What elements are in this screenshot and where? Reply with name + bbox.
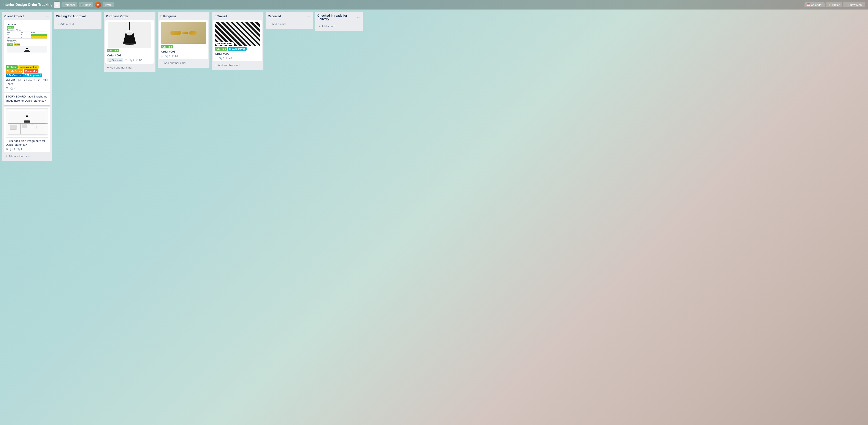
calendar-icon: 📅 (807, 3, 810, 6)
add-card-button[interactable]: + Add a card (317, 23, 361, 29)
attachment-count: 1 (133, 59, 134, 62)
eye-meta: 👁 (6, 148, 8, 151)
checklist-meta: ☑ 2/6 (136, 59, 142, 62)
label-needs-repair: Needs Repair (6, 69, 23, 73)
header: Interior Design Order Tracking ★ Persona… (0, 0, 868, 9)
card-title: STORY BOARD <add Storyboard Image here f… (6, 95, 49, 103)
comment-meta: 💬 1 (10, 148, 15, 151)
list-title: Received (268, 15, 306, 18)
list-header: Client Project ··· (4, 14, 50, 19)
calendar-button[interactable]: 📅 Calendar (805, 2, 825, 7)
add-card-label: Add another card (110, 66, 132, 69)
calendar-label: Calendar (811, 3, 823, 6)
cards-container: Order 2021 On Time Description | Full te… (4, 20, 50, 152)
show-menu-button[interactable]: ··· Show Menu (843, 2, 866, 7)
list-menu-button[interactable]: ··· (306, 14, 311, 19)
list-menu-button[interactable]: ··· (356, 15, 361, 20)
card-order-001-purchase[interactable]: On Time Order #001 📋 Template ☰ 📎 1 (105, 20, 154, 64)
list-title: Client Project (4, 15, 45, 18)
list-menu-button[interactable]: ··· (149, 14, 153, 19)
add-card-label: Add a card (60, 23, 74, 26)
lamp-image (107, 22, 152, 48)
description-meta: ☰ (125, 59, 127, 62)
attachment-icon: 📎 (17, 148, 20, 151)
checklist-icon: ☑ (172, 55, 175, 57)
label-on-time: On Time (6, 65, 18, 69)
card-document-preview: Order 2021 On Time Description | Full te… (6, 22, 49, 65)
hardware-image (161, 22, 206, 44)
star-button[interactable]: ★ (54, 1, 60, 8)
attachment-icon: 📎 (10, 87, 13, 90)
card-title: PLAN <add plan Image here for Quick refe… (6, 139, 49, 147)
list-title: In Progress (160, 15, 203, 18)
attachment-meta: 📎 1 (129, 59, 134, 62)
avatar[interactable]: U (95, 2, 101, 8)
checklist-meta: ☑ 0/6 (172, 55, 178, 57)
add-card-button[interactable]: + Add a card (56, 21, 100, 27)
plus-icon: + (161, 61, 163, 65)
plus-icon: + (215, 63, 217, 67)
list-menu-button[interactable]: ··· (257, 14, 261, 19)
transit-brand: STEVIE HOWELL (216, 42, 234, 45)
list-menu-button[interactable]: ··· (95, 14, 99, 19)
butler-button[interactable]: ⚡ Butler (826, 2, 842, 7)
list-title: Purchase Order (106, 15, 149, 18)
comment-count: 1 (14, 148, 15, 150)
card-plan[interactable]: PLAN <add plan Image here for Quick refe… (4, 107, 50, 152)
header-right: 📅 Calendar ⚡ Butler ··· Show Menu (805, 2, 865, 7)
attachment-count: 1 (169, 55, 170, 57)
card-title: Order #002 (215, 52, 260, 56)
checklist-count: 4/6 (229, 57, 232, 59)
add-card-button[interactable]: + Add another card (105, 65, 154, 70)
list-menu-button[interactable]: ··· (203, 14, 207, 19)
list-purchase-order: Purchase Order ··· On Time (104, 12, 155, 72)
attachment-icon: 📎 (129, 59, 132, 62)
eye-icon: 👁 (6, 148, 8, 151)
public-label: Public (83, 3, 91, 6)
attachment-count: 1 (21, 148, 22, 150)
add-card-button[interactable]: + Add another card (159, 60, 208, 66)
list-in-transit: in Transit ··· STEVIE HOWELL On Time CFA… (212, 12, 264, 70)
add-card-label: Add a card (272, 23, 286, 26)
attachment-count: 1 (13, 87, 15, 90)
add-card-label: Add another card (9, 154, 30, 158)
svg-rect-12 (10, 125, 17, 130)
description-meta: ☰ (161, 55, 163, 57)
comment-icon: 💬 (10, 148, 13, 151)
card-footer: 📋 Template ☰ 📎 1 ☑ 2/6 (107, 58, 152, 62)
add-card-button[interactable]: + Add a card (267, 21, 311, 27)
attachment-meta: 📎 1 (10, 87, 15, 90)
show-menu-label: Show Menu (848, 3, 863, 6)
card-order-001-progress[interactable]: On Time Order #001 ☰ 📎 1 ☑ 0/6 (159, 20, 208, 59)
plus-icon: + (6, 154, 7, 158)
description-icon: ☰ (125, 59, 127, 62)
card-footer: ☰ 📎 1 ☑ 4/6 (215, 57, 260, 60)
card-read-first[interactable]: Order 2021 On Time Description | Full te… (4, 20, 50, 92)
personal-button[interactable]: Personal (62, 2, 77, 7)
label-needs-attention: Needs attention (18, 65, 39, 69)
list-header: Purchase Order ··· (105, 14, 154, 19)
list-header: in Transit ··· (213, 14, 262, 19)
template-label: Template (112, 59, 122, 62)
card-footer: 👁 💬 1 📎 1 (6, 148, 49, 151)
card-title: <READ FIRST> How to use Trello Board (6, 78, 49, 86)
list-header: Waiting for Approval ··· (56, 14, 100, 19)
card-order-002-transit[interactable]: STEVIE HOWELL On Time CFA Approved Order… (213, 20, 262, 61)
svg-marker-1 (24, 50, 30, 52)
board-title: Interior Design Order Tracking (3, 3, 53, 7)
card-storyboard[interactable]: STORY BOARD <add Storyboard Image here f… (4, 93, 50, 105)
label-cfa-approved: CFA Approved (23, 74, 42, 77)
add-card-button[interactable]: + Add another card (213, 62, 262, 68)
list-menu-button[interactable]: ··· (45, 14, 50, 19)
invite-button[interactable]: Invite (103, 2, 114, 7)
public-button[interactable]: Public (79, 2, 93, 7)
public-dot (81, 4, 83, 6)
label-backorder: Backorder (24, 69, 38, 73)
attachment-icon: 📎 (165, 55, 168, 57)
svg-point-11 (26, 115, 28, 117)
svg-marker-10 (24, 120, 30, 122)
list-title: in Transit (214, 15, 257, 18)
add-card-button[interactable]: + Add another card (4, 153, 50, 159)
list-title: Waiting for Approval (56, 15, 95, 18)
checklist-icon: ☑ (226, 57, 228, 60)
